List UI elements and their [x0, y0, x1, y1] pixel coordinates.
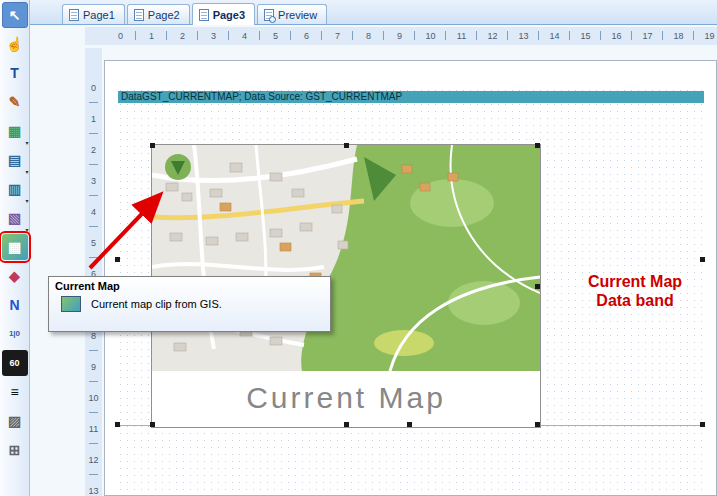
ruler-mark: 12: [477, 27, 508, 45]
tab-label: Page1: [83, 9, 115, 21]
current-map-band-tool-icon: ▦: [8, 240, 21, 254]
dropdown-arrow-icon[interactable]: ▾: [25, 140, 28, 146]
component-handle[interactable]: [344, 143, 349, 148]
dropdown-arrow-icon[interactable]: ▾: [25, 227, 28, 233]
tab-page2[interactable]: Page2: [127, 4, 190, 24]
ruler-mark: 11: [446, 27, 477, 45]
ruler-mark: 7: [322, 27, 353, 45]
ruler-mark: 4: [229, 27, 260, 45]
linear-scale-tool-icon: 60: [9, 359, 19, 368]
ruler-mark: 10: [415, 27, 446, 45]
component-handle[interactable]: [535, 422, 540, 427]
component-tool-icon: ▧: [8, 211, 21, 225]
rich-text-tool-button[interactable]: N: [2, 292, 28, 318]
chart-tool-icon: ▨: [8, 414, 21, 428]
ruler-mark: 1: [136, 27, 167, 45]
annotation-text: Current Map Data band: [552, 272, 717, 310]
ruler-mark: 3: [198, 27, 229, 45]
chart-tool-button[interactable]: ▨: [2, 408, 28, 434]
data-band-header[interactable]: DataGST_CURRENTMAP; Data Source: GST_CUR…: [118, 91, 704, 103]
ruler-mark: 2: [85, 134, 102, 165]
annotation-line2: Data band: [552, 291, 717, 310]
tab-label: Page2: [148, 9, 180, 21]
ruler-mark: 17: [632, 27, 663, 45]
style-tool-button[interactable]: ◆: [2, 263, 28, 289]
page-icon: [134, 9, 144, 21]
band-handle-bottom-right[interactable]: [700, 422, 705, 427]
component-handle[interactable]: [344, 422, 349, 427]
component-handle[interactable]: [535, 143, 540, 148]
page-icon: [199, 9, 209, 21]
ruler-mark: 9: [85, 351, 102, 382]
tab-preview[interactable]: Preview: [257, 4, 327, 24]
barcode-tool-button[interactable]: 1|0: [2, 321, 28, 347]
band-handle-bottom-center[interactable]: [407, 422, 412, 427]
component-tool-button[interactable]: ▧▾: [2, 205, 28, 231]
ruler-mark: 1: [85, 103, 102, 134]
panel-tool-button[interactable]: ⊞: [2, 437, 28, 463]
tab-label: Preview: [278, 9, 317, 21]
map-caption: Current Map: [152, 373, 540, 427]
tab-page1[interactable]: Page1: [62, 4, 125, 24]
map-image: [152, 145, 540, 371]
ruler-mark: 12: [85, 444, 102, 475]
page-icon: [69, 9, 79, 21]
band-handle-bottom-left[interactable]: [115, 422, 120, 427]
tab-label: Page3: [213, 9, 245, 21]
ruler-mark: 16: [601, 27, 632, 45]
style-tool-icon: ◆: [9, 269, 20, 283]
cross-band-tool-icon: ▥: [8, 182, 21, 196]
text-edit-tool-icon: T: [10, 66, 19, 80]
ruler-mark: 10: [85, 382, 102, 413]
ruler-mark: 13: [85, 475, 102, 496]
cross-band-tool-button[interactable]: ▥▾: [2, 176, 28, 202]
toolbar: ↖☝T✎▦▾▤▾▥▾▧▾▦◆N1|060≡▨⊞: [0, 0, 30, 496]
ruler-mark: 14: [539, 27, 570, 45]
style-brush-tool-icon: ✎: [9, 95, 21, 109]
band-tool-button[interactable]: ▤▾: [2, 147, 28, 173]
tooltip-description: Current map clip from GIS.: [91, 298, 222, 310]
report-designer-window: Page1Page2Page3Preview ↖☝T✎▦▾▤▾▥▾▧▾▦◆N1|…: [0, 0, 717, 496]
rich-text-tool-icon: N: [9, 298, 19, 312]
component-handle[interactable]: [535, 284, 540, 289]
component-handle[interactable]: [150, 422, 155, 427]
band-tool-icon: ▤: [8, 153, 21, 167]
ruler-mark: 18: [663, 27, 694, 45]
dropdown-arrow-icon[interactable]: ▾: [25, 169, 28, 175]
text-edit-tool-button[interactable]: T: [2, 60, 28, 86]
stripes-tool-button[interactable]: ≡: [2, 379, 28, 405]
image-tool-icon: ▦: [8, 124, 21, 138]
linear-scale-tool-button[interactable]: 60: [2, 350, 28, 376]
select-tool-icon: ↖: [9, 8, 21, 22]
ruler-horizontal: 012345678910111213141516171819: [85, 27, 717, 45]
dropdown-arrow-icon[interactable]: ▾: [25, 198, 28, 204]
ruler-mark: 9: [384, 27, 415, 45]
ruler-mark: 15: [570, 27, 601, 45]
annotation-arrow: [78, 183, 178, 278]
annotation-line1: Current Map: [552, 272, 717, 291]
stripes-tool-icon: ≡: [10, 385, 18, 399]
ruler-mark: 11: [85, 413, 102, 444]
current-map-icon: [61, 296, 81, 312]
band-handle-middle-right[interactable]: [700, 257, 705, 262]
tab-page3[interactable]: Page3: [192, 3, 255, 25]
style-brush-tool-button[interactable]: ✎: [2, 89, 28, 115]
component-handle[interactable]: [150, 143, 155, 148]
preview-icon: [264, 9, 274, 21]
ruler-mark: 8: [353, 27, 384, 45]
panel-tool-icon: ⊞: [9, 443, 21, 457]
image-tool-button[interactable]: ▦▾: [2, 118, 28, 144]
ruler-mark: 2: [167, 27, 198, 45]
ruler-mark: 13: [508, 27, 539, 45]
ruler-mark: 5: [260, 27, 291, 45]
tooltip: Current Map Current map clip from GIS.: [48, 276, 331, 332]
hand-tool-icon: ☝: [6, 37, 23, 51]
current-map-band-tool-button[interactable]: ▦: [2, 234, 28, 260]
tooltip-title: Current Map: [49, 277, 330, 293]
barcode-tool-icon: 1|0: [9, 330, 20, 338]
select-tool-button[interactable]: ↖: [2, 2, 28, 28]
ruler-mark: 6: [291, 27, 322, 45]
hand-tool-button[interactable]: ☝: [2, 31, 28, 57]
tab-bar: Page1Page2Page3Preview: [30, 0, 717, 25]
ruler-mark: 0: [85, 72, 102, 103]
